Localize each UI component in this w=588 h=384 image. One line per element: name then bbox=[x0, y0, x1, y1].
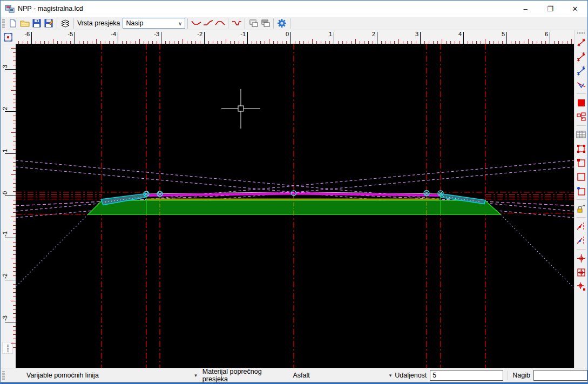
bottom-bar-grip[interactable] bbox=[2, 370, 5, 380]
ruler-tick bbox=[135, 41, 136, 44]
ruler-tick bbox=[105, 41, 105, 44]
ruler-tick bbox=[13, 288, 16, 289]
distance-input[interactable] bbox=[430, 370, 503, 381]
tool-fill-region-button[interactable] bbox=[576, 97, 587, 108]
ruler-tick bbox=[13, 141, 16, 142]
ruler-label: -3 bbox=[2, 308, 9, 321]
ruler-tick bbox=[416, 41, 416, 44]
profile-rise-button[interactable] bbox=[202, 18, 214, 29]
ruler-tick bbox=[13, 271, 16, 272]
tool-hierarchy-button[interactable] bbox=[576, 111, 587, 122]
toolbar-separator bbox=[273, 18, 274, 29]
ruler-tick bbox=[290, 32, 291, 44]
tool-rect-button[interactable] bbox=[576, 171, 587, 182]
ruler-tick bbox=[5, 322, 16, 322]
profile-fill-button[interactable] bbox=[190, 18, 202, 29]
save-button[interactable] bbox=[31, 18, 43, 29]
paste-section-button[interactable] bbox=[259, 18, 271, 29]
copy-section-button[interactable] bbox=[247, 18, 259, 29]
profile-ditch-button[interactable] bbox=[231, 18, 242, 29]
ruler-tick bbox=[308, 41, 308, 44]
ruler-tick bbox=[13, 57, 16, 57]
window-title: NPP - magistralna.lcd bbox=[18, 5, 83, 12]
ruler-tick bbox=[286, 41, 287, 44]
tool-lock-button[interactable] bbox=[576, 203, 587, 214]
ruler-tick bbox=[131, 41, 131, 44]
ruler-tick bbox=[494, 41, 494, 44]
ruler-tick bbox=[252, 41, 252, 44]
ruler-tick bbox=[13, 339, 16, 339]
tool-rect-one-handle-button[interactable] bbox=[576, 157, 587, 168]
drawing-canvas[interactable] bbox=[16, 44, 574, 368]
tool-snap-node-button[interactable] bbox=[576, 281, 587, 292]
ruler-tick bbox=[13, 120, 16, 120]
title-bar: NPP - magistralna.lcd – ❐ ✕ bbox=[1, 1, 587, 17]
toolbar-grip[interactable] bbox=[2, 18, 5, 28]
ruler-tick bbox=[269, 39, 269, 44]
helper-lines-combobox[interactable]: Varijable pomoćnih linija ▾ bbox=[7, 370, 200, 381]
tool-line-points-button[interactable] bbox=[576, 37, 587, 48]
ruler-tick bbox=[13, 305, 16, 306]
tool-line-stars-blue-button[interactable] bbox=[576, 65, 587, 76]
right-toolbar-grip[interactable] bbox=[577, 32, 585, 34]
profile-fill-icon bbox=[191, 19, 201, 27]
minimize-button[interactable]: – bbox=[513, 1, 538, 17]
ruler-tick bbox=[459, 41, 459, 44]
material-combobox[interactable]: Asfalt ▾ bbox=[293, 370, 395, 381]
ruler-tick bbox=[62, 41, 62, 44]
ruler-tick bbox=[515, 41, 516, 44]
open-file-button[interactable] bbox=[19, 18, 31, 29]
settings-button[interactable] bbox=[276, 18, 288, 29]
ruler-tick bbox=[96, 39, 97, 44]
ruler-tick bbox=[13, 275, 16, 276]
ruler-tick bbox=[13, 318, 16, 318]
ruler-label: 3 bbox=[2, 55, 9, 68]
ruler-tick bbox=[13, 107, 16, 107]
profile-crest-button[interactable] bbox=[214, 18, 226, 29]
tool-point-line-blue-button[interactable] bbox=[576, 235, 587, 246]
crosshair-box-icon bbox=[577, 268, 586, 277]
ruler-tick bbox=[221, 41, 222, 44]
tool-line-stars-red-button[interactable] bbox=[576, 51, 587, 62]
tool-rect-handles-button[interactable] bbox=[576, 143, 587, 154]
ruler-tick bbox=[5, 238, 16, 238]
maximize-button[interactable]: ❐ bbox=[538, 1, 563, 17]
vertical-ruler-grip[interactable] bbox=[2, 342, 13, 354]
ruler-tick bbox=[13, 103, 16, 103]
tool-snap-point-button[interactable] bbox=[576, 253, 587, 264]
ruler-label: 0 bbox=[273, 31, 289, 37]
close-button[interactable]: ✕ bbox=[563, 1, 587, 17]
section-type-combobox[interactable]: Nasip ∨ bbox=[123, 18, 185, 29]
line-points-icon bbox=[577, 38, 586, 48]
tool-table-button[interactable] bbox=[576, 129, 587, 140]
ruler-tick bbox=[27, 41, 28, 44]
tool-rect-point-button[interactable] bbox=[576, 185, 587, 196]
ruler-tick bbox=[567, 41, 567, 44]
chevron-down-icon: ▾ bbox=[194, 373, 197, 378]
section-type-label: Vrsta presjeka bbox=[77, 19, 120, 27]
ruler-label: 2 bbox=[359, 31, 375, 37]
filled-square-icon bbox=[577, 98, 586, 107]
new-file-button[interactable] bbox=[7, 18, 19, 29]
ruler-tick bbox=[239, 41, 239, 44]
ruler-tick bbox=[429, 41, 429, 44]
ruler-tick bbox=[70, 41, 71, 44]
zoom-extents-button[interactable] bbox=[1, 30, 16, 44]
distance-label: Udaljenost bbox=[395, 372, 427, 379]
ruler-tick bbox=[83, 41, 84, 44]
layers-button[interactable] bbox=[59, 18, 71, 29]
ruler-tick bbox=[13, 212, 16, 213]
ruler-tick bbox=[195, 41, 196, 44]
slope-input[interactable] bbox=[533, 370, 587, 381]
save-as-button[interactable] bbox=[43, 18, 55, 29]
ruler-tick bbox=[550, 32, 550, 44]
ruler-tick bbox=[13, 331, 16, 331]
ruler-tick bbox=[511, 41, 511, 44]
tool-snap-region-button[interactable] bbox=[576, 267, 587, 278]
ruler-label: 1 bbox=[2, 139, 9, 152]
ruler-tick bbox=[13, 233, 16, 234]
ruler-tick bbox=[450, 41, 451, 44]
tool-point-line-red-button[interactable] bbox=[576, 221, 587, 232]
app-icon bbox=[5, 4, 15, 13]
tool-line-arrow-button[interactable] bbox=[576, 79, 587, 90]
